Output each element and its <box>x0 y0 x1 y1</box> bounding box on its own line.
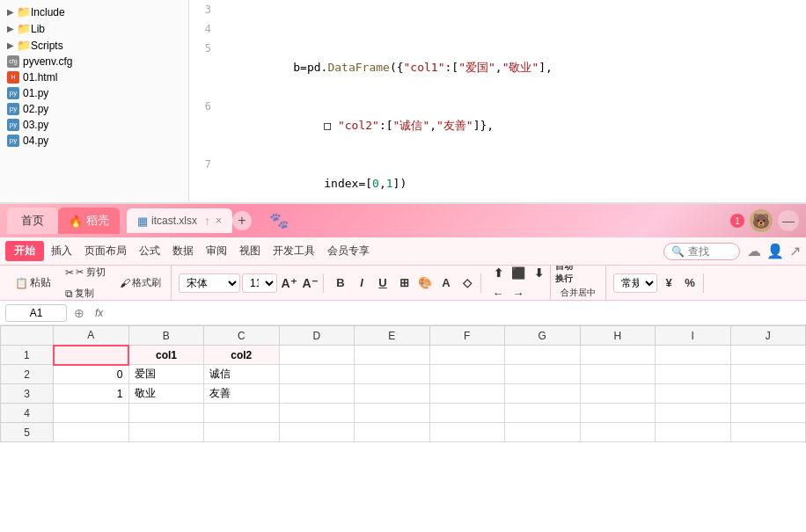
font-grow-button[interactable]: A⁺ <box>279 273 298 293</box>
cell-b2[interactable]: 爱国 <box>128 365 204 384</box>
menu-review[interactable]: 审阅 <box>201 241 232 261</box>
menu-data[interactable]: 数据 <box>167 241 199 261</box>
tab-file[interactable]: ▦ itcast.xlsx ↑ × <box>127 208 232 233</box>
tab-shell[interactable]: 🔥 稻壳 <box>58 208 120 234</box>
close-file-icon[interactable]: × <box>216 215 222 227</box>
cell-e5[interactable] <box>355 423 430 442</box>
cell-f2[interactable] <box>429 365 505 384</box>
cell-f5[interactable] <box>429 423 505 442</box>
cell-i4[interactable] <box>656 404 731 423</box>
minimize-button[interactable]: — <box>778 210 799 231</box>
font-select[interactable]: 宋体 <box>179 273 240 293</box>
cell-g1[interactable] <box>505 346 581 365</box>
percent-button[interactable]: % <box>680 273 700 293</box>
cell-a1[interactable] <box>54 346 129 365</box>
font-size-select[interactable]: 11 <box>242 273 277 293</box>
fill-color-button[interactable]: 🎨 <box>415 273 435 293</box>
cell-d1[interactable] <box>279 346 355 365</box>
start-menu-button[interactable]: 开始 <box>5 241 44 261</box>
cell-h3[interactable] <box>580 384 656 404</box>
cell-i1[interactable] <box>656 346 731 365</box>
tree-item-01py[interactable]: py 01.py <box>0 85 188 101</box>
cell-h2[interactable] <box>580 365 656 384</box>
align-middle-button[interactable]: ⬛ <box>509 266 528 282</box>
cell-g5[interactable] <box>505 423 581 442</box>
user-menu-icon[interactable]: 👤 <box>766 243 784 259</box>
cut-button[interactable]: ✂ ✂ 剪切 <box>59 266 112 282</box>
col-header-i[interactable]: I <box>656 326 731 346</box>
cell-g2[interactable] <box>505 365 581 384</box>
col-header-f[interactable]: F <box>429 326 505 346</box>
cell-g3[interactable] <box>505 384 581 404</box>
search-input[interactable] <box>688 245 732 258</box>
tree-item-01html[interactable]: H 01.html <box>0 69 188 85</box>
tree-item-lib[interactable]: ▶ 📁 Lib <box>0 20 188 37</box>
col-header-j[interactable]: J <box>730 326 806 346</box>
font-shrink-button[interactable]: A⁻ <box>300 273 319 293</box>
cell-h1[interactable] <box>580 346 656 365</box>
col-header-c[interactable]: C <box>204 326 280 346</box>
menu-member[interactable]: 会员专享 <box>322 241 375 261</box>
align-top-button[interactable]: ⬆ <box>488 266 508 282</box>
cell-reference-input[interactable] <box>5 304 67 322</box>
cell-a4[interactable] <box>54 404 129 423</box>
cell-h5[interactable] <box>580 423 656 442</box>
underline-button[interactable]: U <box>373 273 392 293</box>
cell-a2[interactable]: 0 <box>54 365 129 384</box>
cell-j4[interactable] <box>730 404 806 423</box>
cell-d2[interactable] <box>279 365 355 384</box>
col-header-e[interactable]: E <box>355 326 430 346</box>
share-icon[interactable]: ↗ <box>789 243 801 259</box>
cell-e4[interactable] <box>355 404 430 423</box>
highlight-button[interactable]: ◇ <box>458 273 477 293</box>
italic-button[interactable]: I <box>352 273 371 293</box>
cell-b3[interactable]: 敬业 <box>128 384 204 404</box>
cell-e3[interactable] <box>355 384 430 404</box>
col-header-b[interactable]: B <box>128 326 204 346</box>
notification-badge[interactable]: 1 <box>730 214 744 228</box>
cell-c3[interactable]: 友善 <box>204 384 280 404</box>
indent-decrease-button[interactable]: ← <box>488 283 508 301</box>
cell-f4[interactable] <box>429 404 505 423</box>
menu-insert[interactable]: 插入 <box>46 241 77 261</box>
formula-input[interactable] <box>110 305 801 321</box>
cell-a5[interactable] <box>54 423 129 442</box>
cell-j1[interactable] <box>730 346 806 365</box>
wrap-text-button[interactable]: 自动换行 <box>554 266 574 282</box>
cell-c5[interactable] <box>204 423 280 442</box>
cell-d4[interactable] <box>279 404 355 423</box>
cell-f1[interactable] <box>429 346 505 365</box>
col-header-a[interactable]: A <box>54 326 129 346</box>
cell-d5[interactable] <box>279 423 355 442</box>
cell-j5[interactable] <box>730 423 806 442</box>
cell-a3[interactable]: 1 <box>54 384 129 404</box>
add-tab-button[interactable]: + <box>232 211 252 230</box>
code-editor[interactable]: 3 4 5 b=pd.DataFrame({"col1":["爱国","敬业"]… <box>189 0 806 202</box>
col-header-g[interactable]: G <box>505 326 581 346</box>
font-color-button[interactable]: A <box>436 273 456 293</box>
cell-i3[interactable] <box>656 384 731 404</box>
copy-button[interactable]: ⧉ 复制 <box>59 283 112 301</box>
menu-formula[interactable]: 公式 <box>134 241 165 261</box>
cell-b5[interactable] <box>128 423 204 442</box>
cell-h4[interactable] <box>580 404 656 423</box>
format-painter-button[interactable]: 🖌 格式刷 <box>114 273 167 293</box>
tree-item-include[interactable]: ▶ 📁 Include <box>0 4 188 20</box>
cell-f3[interactable] <box>429 384 505 404</box>
merge-center-button[interactable]: 合并居中 <box>554 283 602 301</box>
cell-j2[interactable] <box>730 365 806 384</box>
indent-increase-button[interactable]: → <box>509 283 528 301</box>
cell-c1[interactable]: col2 <box>204 346 280 365</box>
tree-item-02py[interactable]: py 02.py <box>0 101 188 117</box>
cell-j3[interactable] <box>730 384 806 404</box>
tree-item-pyvenv[interactable]: cfg pyvenv.cfg <box>0 54 188 69</box>
cell-c2[interactable]: 诚信 <box>204 365 280 384</box>
user-avatar[interactable]: 🐻 <box>750 209 773 232</box>
tree-item-04py[interactable]: py 04.py <box>0 133 188 149</box>
cell-b1[interactable]: col1 <box>128 346 204 365</box>
menu-page-layout[interactable]: 页面布局 <box>79 241 132 261</box>
col-header-d[interactable]: D <box>279 326 355 346</box>
number-style-select[interactable]: 常规 <box>613 273 657 293</box>
paste-button[interactable]: 📋 粘贴 <box>9 272 57 294</box>
align-bottom-button[interactable]: ⬇ <box>529 266 548 282</box>
